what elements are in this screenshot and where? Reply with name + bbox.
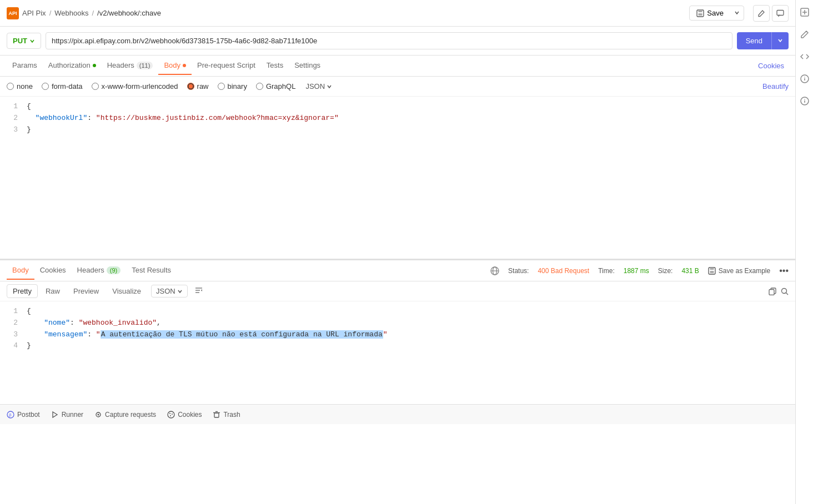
status-label: Status: <box>508 267 529 275</box>
trash-item[interactable]: Trash <box>213 411 240 419</box>
cookies-link[interactable]: Cookies <box>754 62 789 70</box>
right-sidebar <box>795 0 813 504</box>
breadcrumb-part2[interactable]: Webhooks <box>54 9 88 17</box>
body-type-bar: none form-data x-www-form-urlencoded raw… <box>0 77 795 97</box>
more-button[interactable]: ••• <box>779 266 789 276</box>
cookies-bottom-item[interactable]: Cookies <box>167 411 202 419</box>
body-type-urlencoded[interactable]: x-www-form-urlencoded <box>92 82 178 90</box>
status-area: Status: 400 Bad Request Time: 1887 ms Si… <box>490 266 789 276</box>
body-type-none[interactable]: none <box>7 82 33 90</box>
resp-line-3: 3 "mensagem": "A autenticação de TLS mút… <box>7 329 789 341</box>
code-line-2: 2 "webhookUrl": "https://buskme.justinbi… <box>7 113 789 124</box>
resp-tab-test-results[interactable]: Test Results <box>126 261 177 280</box>
svg-point-30 <box>98 414 99 415</box>
code-line-1: 1 { <box>7 101 789 113</box>
send-dropdown-arrow[interactable] <box>771 32 789 49</box>
request-tabs: Params Authorization Headers (11) Body P… <box>0 56 795 77</box>
body-type-raw[interactable]: raw <box>187 82 209 90</box>
body-type-binary[interactable]: binary <box>218 82 247 90</box>
method-select[interactable]: PUT <box>7 33 41 49</box>
view-tab-visualize[interactable]: Visualize <box>107 285 147 298</box>
breadcrumb-sep2: / <box>92 9 94 17</box>
chat-icon-btn[interactable] <box>772 5 789 22</box>
svg-point-33 <box>172 414 173 415</box>
svg-point-31 <box>168 411 174 418</box>
body-type-formdata[interactable]: form-data <box>42 82 83 90</box>
svg-rect-12 <box>777 10 784 15</box>
breadcrumb: API API Pix / Webhooks / /v2/webhook/:ch… <box>7 7 689 19</box>
breadcrumb-part1[interactable]: API Pix <box>22 9 46 17</box>
view-tab-raw[interactable]: Raw <box>40 285 66 298</box>
svg-rect-10 <box>699 10 702 12</box>
runner-item[interactable]: Runner <box>51 411 83 419</box>
svg-point-8 <box>804 99 805 100</box>
main-content: API API Pix / Webhooks / /v2/webhook/:ch… <box>0 0 795 504</box>
postbot-item[interactable]: β Postbot <box>7 411 40 419</box>
tab-authorization[interactable]: Authorization <box>43 57 102 75</box>
resp-actions <box>769 288 789 295</box>
svg-line-25 <box>786 293 789 295</box>
sidebar-icon-info[interactable] <box>797 71 812 87</box>
search-response-button[interactable] <box>781 288 789 295</box>
svg-marker-28 <box>53 412 57 417</box>
resp-tab-headers[interactable]: Headers (9) <box>72 261 127 280</box>
code-line-3: 3 } <box>7 124 789 136</box>
response-json-select[interactable]: JSON <box>151 285 188 298</box>
svg-point-32 <box>169 413 170 414</box>
url-input[interactable] <box>46 32 732 49</box>
resp-line-1: 1 { <box>7 306 789 317</box>
breadcrumb-sep1: / <box>49 9 52 17</box>
view-tab-preview[interactable]: Preview <box>68 285 104 298</box>
tab-body[interactable]: Body <box>158 57 192 75</box>
sidebar-icon-1[interactable] <box>797 4 812 20</box>
save-button[interactable]: Save <box>690 6 730 20</box>
breadcrumb-current: /v2/webhook/:chave <box>97 9 161 17</box>
top-bar: API API Pix / Webhooks / /v2/webhook/:ch… <box>0 0 795 27</box>
globe-icon <box>490 266 499 275</box>
edit-icon-btn[interactable] <box>753 5 770 22</box>
top-right-icons <box>753 5 789 22</box>
top-actions: Save <box>689 5 789 22</box>
wrap-lines-btn[interactable] <box>194 286 203 296</box>
response-view-tabs: Pretty Raw Preview Visualize JSON <box>0 281 795 301</box>
save-icon <box>708 267 716 275</box>
svg-point-5 <box>804 77 805 78</box>
tab-settings[interactable]: Settings <box>289 57 326 75</box>
svg-point-34 <box>170 415 171 416</box>
svg-point-24 <box>782 288 787 293</box>
response-body[interactable]: 1 { 2 "nome": "webhook_invalido", 3 "men… <box>0 301 795 404</box>
response-section: Body Cookies Headers (9) Test Results St… <box>0 260 795 404</box>
size-value: 431 B <box>681 267 699 275</box>
response-tabs-bar: Body Cookies Headers (9) Test Results St… <box>0 260 795 281</box>
tab-pre-request[interactable]: Pre-request Script <box>192 57 261 75</box>
save-button-group: Save <box>689 6 744 21</box>
tab-tests[interactable]: Tests <box>261 57 289 75</box>
body-type-graphql[interactable]: GraphQL <box>256 82 295 90</box>
size-label: Size: <box>658 267 673 275</box>
resp-line-2: 2 "nome": "webhook_invalido", <box>7 317 789 329</box>
status-value: 400 Bad Request <box>538 267 589 275</box>
sidebar-icon-code[interactable] <box>797 49 812 64</box>
sidebar-icon-info2[interactable] <box>797 93 812 109</box>
tab-params[interactable]: Params <box>7 57 43 75</box>
svg-rect-23 <box>769 289 774 295</box>
url-bar: PUT Send <box>0 27 795 56</box>
json-format-select[interactable]: JSON <box>305 82 332 90</box>
save-example-button[interactable]: Save as Example <box>708 267 770 275</box>
resp-tab-cookies[interactable]: Cookies <box>34 261 72 280</box>
svg-rect-17 <box>710 268 714 270</box>
tab-headers[interactable]: Headers (11) <box>102 57 159 75</box>
view-tab-pretty[interactable]: Pretty <box>7 284 38 298</box>
beautify-button[interactable]: Beautify <box>762 82 789 90</box>
app-logo: API <box>7 7 19 19</box>
capture-item[interactable]: Capture requests <box>94 411 156 419</box>
sidebar-icon-edit[interactable] <box>797 27 812 42</box>
time-value: 1887 ms <box>624 267 649 275</box>
svg-rect-18 <box>710 271 714 273</box>
copy-response-button[interactable] <box>769 288 776 295</box>
code-editor[interactable]: 1 { 2 "webhookUrl": "https://buskme.just… <box>0 97 795 259</box>
time-label: Time: <box>598 267 615 275</box>
resp-tab-body[interactable]: Body <box>7 261 34 280</box>
send-button[interactable]: Send <box>737 32 771 49</box>
save-dropdown-arrow[interactable] <box>730 6 744 20</box>
